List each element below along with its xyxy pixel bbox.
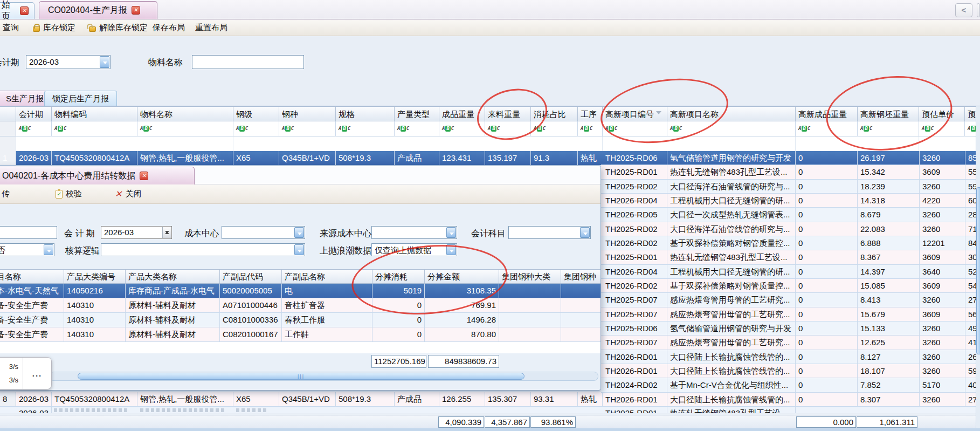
horizontal-scrollbar-strip[interactable]: [0, 428, 980, 431]
table-row[interactable]: TH2025-RD07 感应热煨弯管用母管的工艺研究... 0 15.679 3…: [601, 307, 980, 321]
filter-funnel-icon[interactable]: [656, 111, 661, 117]
tab-start-page[interactable]: 始页: [0, 2, 34, 19]
tab-production-report[interactable]: CO020404-生产月报: [39, 1, 157, 19]
table-row[interactable]: TH2026-RD04 工程机械用大口径无缝钢管的研... 0 14.318 4…: [601, 194, 980, 208]
inventory-unlock-button[interactable]: 解除库存锁定: [89, 19, 148, 36]
col-header-material-name[interactable]: 物料名称: [137, 107, 233, 121]
col-header-group-steel[interactable]: 集团钢种: [561, 270, 601, 283]
grid-new-row[interactable]: [0, 136, 980, 152]
col-header-steel-type[interactable]: 钢种: [279, 107, 336, 121]
table-row[interactable]: TH2025-RD02 大口径海洋石油管线管的研究与... 0 18.239 3…: [601, 180, 980, 194]
filter-cell[interactable]: [279, 121, 336, 136]
table-row[interactable]: 备-安全生产费 140310 原材料-辅料及耐材 C08201000167 工作…: [0, 327, 601, 342]
table-row[interactable]: TH2026-RD04 工程机械用大口径无缝钢管的研... 0 14.397 3…: [601, 265, 980, 279]
filter-cell[interactable]: [667, 121, 796, 136]
table-row[interactable]: TH2026-RD05 大口径一次成型热轧无缝钢管表... 0 8.679 32…: [601, 208, 980, 222]
chevron-down-icon[interactable]: [294, 227, 304, 238]
col-header-category-code[interactable]: 产品大类编号: [64, 270, 126, 283]
tab-locked-monthly-report[interactable]: 锁定后生产月报: [44, 91, 117, 106]
chevron-down-icon[interactable]: [44, 244, 53, 255]
filter-cell[interactable]: [796, 121, 858, 136]
filter-cell[interactable]: [16, 121, 52, 136]
chevron-down-icon[interactable]: [580, 227, 590, 238]
col-header-incoming-weight[interactable]: 来料重量: [485, 107, 531, 121]
table-row[interactable]: TH2025-RD06 氢气储输管道用钢管的研究与开发 0 15.133 326…: [601, 321, 980, 336]
col-header-steel-grade[interactable]: 钢级: [233, 107, 279, 121]
table-row[interactable]: TH2025-RD02 大口径海洋石油管线管的研究与... 0 22.083 3…: [601, 222, 980, 236]
col-header-allocated-consumption[interactable]: 分摊消耗: [372, 270, 425, 283]
inventory-lock-button[interactable]: 库存锁定: [33, 19, 75, 36]
close-icon[interactable]: [20, 6, 29, 15]
filter-cell[interactable]: [233, 121, 279, 136]
dialog-title-tab[interactable]: O040201-各成本中心费用结转数据: [0, 167, 195, 184]
col-header-hightech-project-code[interactable]: 高新项目编号: [603, 107, 667, 121]
col-header-project-name[interactable]: 目名称: [0, 270, 64, 283]
filter-cell[interactable]: [336, 121, 395, 136]
chevron-down-icon[interactable]: [294, 244, 304, 255]
tab-scroll-right-button[interactable]: [977, 3, 980, 17]
filter-cell[interactable]: [439, 121, 485, 136]
col-header-prod-type[interactable]: 产量类型: [395, 107, 439, 121]
table-row[interactable]: TH2025-RD07 感应热煨弯管用母管的工艺研究... 0 12.625 3…: [601, 336, 980, 350]
account-subject-combo[interactable]: [508, 226, 591, 239]
col-header-estimated-price[interactable]: 预估单价: [919, 107, 965, 121]
col-header-consumption-ratio[interactable]: 消耗占比: [531, 107, 578, 121]
close-button[interactable]: 关闭: [115, 184, 141, 203]
tab-scroll-left-button[interactable]: <: [955, 3, 972, 17]
table-row[interactable]: TH2025-RD07 感应热煨弯管用母管的工艺研究... 0 8.413 32…: [601, 293, 980, 307]
col-header-material-code[interactable]: 物料编码: [52, 107, 137, 121]
close-icon[interactable]: [132, 6, 140, 15]
col-header-hightech-finished-weight[interactable]: 高新成品重量: [796, 107, 858, 121]
table-row[interactable]: TH2026-RD02 基于双探补偿策略对钢管质量控... 0 15.085 3…: [601, 279, 980, 293]
clipped-row[interactable]: 2026-03: [0, 407, 601, 413]
col-header-group-steel-category[interactable]: 集团钢种大类: [499, 270, 561, 283]
filter-cell[interactable]: [137, 121, 233, 136]
dialog-period-spinner[interactable]: 2026-03: [101, 226, 172, 239]
filter-cell[interactable]: [395, 121, 439, 136]
col-header-finished-weight[interactable]: 成品重量: [439, 107, 485, 121]
spinner-buttons-icon[interactable]: [162, 227, 171, 238]
col-header-byproduct-name[interactable]: 产副品名称: [282, 270, 372, 283]
calc-logic-combo[interactable]: [101, 243, 305, 256]
filter-cell[interactable]: [858, 121, 919, 136]
col-header-period[interactable]: 会计期: [16, 107, 52, 121]
filter-cell[interactable]: [578, 121, 603, 136]
col-header-hightech-billet-weight[interactable]: 高新钢坯重量: [858, 107, 919, 121]
vertical-scrollbar[interactable]: [976, 106, 980, 428]
more-button[interactable]: ...: [23, 358, 51, 389]
dialog-horizontal-scrollbar[interactable]: [49, 372, 598, 381]
upload-button[interactable]: 传: [2, 184, 10, 203]
table-row[interactable]: TH2026-RD01 大口径陆上长输抗腐蚀管线管的... 0 18.107 3…: [601, 364, 980, 378]
filter-cell[interactable]: [531, 121, 578, 136]
table-row[interactable]: 8 2026-03 TQ4505320800412A 钢管,热轧,一般服役管..…: [0, 392, 601, 407]
col-header-process[interactable]: 工序: [578, 107, 603, 121]
col-header-hightech-project-name[interactable]: 高新项目名称: [667, 107, 796, 121]
table-row[interactable]: TH2025-RD01 热连轧无缝钢管483孔型工艺设... 0 15.342 …: [601, 165, 980, 179]
period-combo[interactable]: 2026-03: [26, 55, 111, 69]
table-row[interactable]: TH2024-RD02 基于Mn-Cr-V合金优化与组织性... 0 7.852…: [601, 378, 980, 392]
filter-cell[interactable]: [919, 121, 965, 136]
col-header-category-name[interactable]: 产品大类名称: [126, 270, 220, 283]
filter-cell[interactable]: [603, 121, 667, 136]
source-cost-center-combo[interactable]: [371, 226, 457, 239]
filter-cell[interactable]: [52, 121, 137, 136]
flag-combo[interactable]: 否: [0, 243, 54, 256]
table-row[interactable]: 本-水电气-天然气 14050216 库存商品-产成品-水电气 50020005…: [0, 284, 601, 298]
table-row[interactable]: TH2026-RD02 基于双探补偿策略对钢管质量控... 0 6.888 12…: [601, 236, 980, 250]
reset-layout-button[interactable]: 重置布局: [195, 19, 227, 36]
col-header-spec[interactable]: 规格: [336, 107, 395, 121]
col-header-byproduct-code[interactable]: 产副品代码: [220, 270, 282, 283]
table-row-selected[interactable]: 1 2026-03 TQ4505320800412A 钢管,热轧,一般服役管..…: [0, 151, 601, 166]
table-row[interactable]: 备-安全生产费 140310 原材料-辅料及耐材 A07101000446 音柱…: [0, 298, 601, 313]
scrollbar-thumb[interactable]: [976, 187, 980, 354]
clipped-row[interactable]: TH2025-RD01 热连轧无缝钢管483孔型工艺设...: [601, 407, 980, 413]
cost-center-combo[interactable]: [222, 226, 305, 239]
upload-data-combo[interactable]: 仅查询上抛数据: [371, 243, 457, 256]
table-row[interactable]: 备-安全生产费 140310 原材料-辅料及耐材 C08101000336 春秋…: [0, 313, 601, 327]
table-row[interactable]: TH2025-RD06 氢气储输管道用钢管的研究与开发 0 26.197 326…: [601, 151, 980, 165]
material-name-input[interactable]: [192, 55, 304, 69]
chevron-down-icon[interactable]: [446, 227, 456, 238]
dialog-text-field[interactable]: [0, 226, 57, 239]
close-icon[interactable]: [140, 172, 148, 180]
table-row[interactable]: TH2026-RD01 大口径陆上长输抗腐蚀管线管的... 0 8.307 32…: [601, 393, 980, 407]
